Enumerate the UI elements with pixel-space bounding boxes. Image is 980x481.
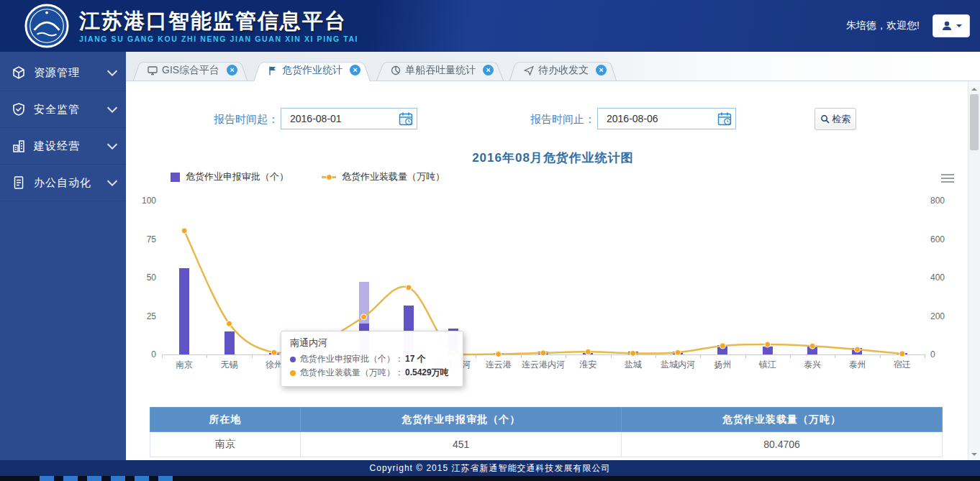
app-title: 江苏港口智能监管信息平台 [79, 9, 358, 33]
shield-icon [12, 102, 26, 116]
flag-icon [268, 65, 278, 75]
tab-bar: GIS综合平台 危货作业统计 单船吞吐量统计 [126, 52, 980, 81]
tab-label: 危货作业统计 [282, 64, 342, 77]
legend-label: 危货作业申报审批（个） [186, 170, 289, 183]
port-logo-icon [24, 4, 69, 48]
user-menu-button[interactable] [933, 14, 970, 37]
scroll-down-icon[interactable] [968, 449, 980, 460]
sidebar-item-label: 办公自动化 [34, 176, 109, 190]
tab-label: GIS综合平台 [162, 64, 219, 77]
construction-icon [12, 139, 26, 153]
content-scrollbar[interactable] [968, 81, 980, 460]
tab-pending-documents[interactable]: 待办收发文 [509, 60, 617, 81]
send-icon [524, 65, 534, 75]
chart-plot[interactable] [162, 201, 925, 355]
legend-label: 危货作业装载量（万吨） [342, 170, 445, 183]
table-header-loadage: 危货作业装载量（万吨） [622, 408, 943, 432]
pie-icon [391, 65, 401, 75]
end-date-input[interactable] [598, 109, 735, 129]
tab-close-icon[interactable] [483, 65, 494, 75]
resource-icon [12, 65, 26, 80]
tab-close-icon[interactable] [350, 65, 360, 75]
app-subtitle: JIANG SU GANG KOU ZHI NENG JIAN GUAN XIN… [79, 35, 358, 43]
cell-loadage: 80.4706 [622, 432, 943, 457]
chart-menu-icon[interactable] [941, 174, 954, 185]
office-automation-icon [12, 175, 26, 190]
tab-close-icon[interactable] [227, 65, 237, 75]
search-icon [820, 114, 830, 124]
cell-location: 南京 [150, 432, 301, 457]
scrollbar-thumb[interactable] [970, 94, 979, 150]
chevron-down-icon [107, 103, 117, 113]
chart-legend: 危货作业申报审批（个） 危货作业装载量（万吨） [171, 171, 980, 183]
sidebar-item-resource[interactable]: 资源管理 [0, 55, 126, 91]
tab-label: 待办收发文 [538, 64, 589, 77]
table-header-row: 所在地 危货作业申报审批（个） 危货作业装载量（万吨） [150, 408, 943, 432]
sidebar-nav: 资源管理 安全监管 建设经营 办公自动化 [0, 52, 126, 460]
search-button-label: 检索 [832, 113, 850, 126]
chevron-down-icon [107, 176, 117, 186]
welcome-text: 朱培德，欢迎您! [846, 19, 920, 32]
copyright-footer: Copyright © 2015 江苏省新通智能交通科技发展有限公司 [0, 460, 980, 476]
chevron-down-icon [107, 66, 117, 76]
sidebar-item-label: 安全监管 [34, 103, 109, 116]
calendar-icon[interactable] [398, 111, 414, 127]
taskbar-strip [0, 476, 980, 481]
search-button[interactable]: 检索 [815, 108, 856, 130]
scroll-up-icon[interactable] [968, 81, 980, 93]
table-row[interactable]: 南京 451 80.4706 [150, 432, 943, 457]
report-filter-form: 报告时间起： 报告时间止： [126, 108, 980, 131]
sidebar-item-label: 建设经营 [34, 139, 109, 153]
main-content: GIS综合平台 危货作业统计 单船吞吐量统计 [126, 52, 980, 460]
tab-dangerous-goods-stats[interactable]: 危货作业统计 [253, 60, 371, 81]
chevron-down-icon [107, 139, 117, 150]
x-axis-labels: 南京无锡徐州常州苏州南通南通内河连云港连云港内河淮安盐城盐城内河扬州镇江泰兴泰州… [162, 359, 925, 370]
cell-approvals: 451 [301, 432, 622, 457]
line-legend-marker-icon [322, 176, 336, 178]
right-axis-labels: 0200400600800 [930, 201, 959, 354]
end-date-label: 报告时间止： [487, 113, 595, 127]
end-date-field [597, 108, 736, 129]
tab-gis-platform[interactable]: GIS综合平台 [133, 60, 248, 81]
sidebar-item-label: 资源管理 [34, 66, 109, 80]
tab-close-icon[interactable] [596, 65, 607, 75]
table-header-approvals: 危货作业申报审批（个） [301, 408, 622, 432]
app-header: 江苏港口智能监管信息平台 JIANG SU GANG KOU ZHI NENG … [0, 0, 980, 52]
legend-item-bar[interactable]: 危货作业申报审批（个） [171, 170, 289, 183]
tab-ship-throughput-stats[interactable]: 单船吞吐量统计 [376, 60, 504, 81]
table-header-location: 所在地 [150, 408, 301, 432]
chart-title: 2016年08月危货作业统计图 [126, 150, 980, 164]
sidebar-item-safety[interactable]: 安全监管 [0, 91, 126, 128]
legend-item-line[interactable]: 危货作业装载量（万吨） [322, 170, 445, 183]
chevron-down-icon [956, 24, 962, 30]
application-window: 江苏港口智能监管信息平台 JIANG SU GANG KOU ZHI NENG … [0, 0, 980, 481]
stats-table: 所在地 危货作业申报审批（个） 危货作业装载量（万吨） 南京 451 80.47… [150, 407, 943, 457]
combo-chart: 0255075100 0200400600800 南京无锡徐州常州苏州南通南通内… [126, 193, 980, 372]
sidebar-item-office-automation[interactable]: 办公自动化 [0, 165, 126, 201]
bar-legend-marker-icon [171, 173, 180, 182]
start-date-field [281, 108, 417, 129]
monitor-icon [148, 65, 158, 75]
left-axis-labels: 0255075100 [126, 201, 156, 354]
start-date-input[interactable] [281, 109, 417, 129]
user-icon [941, 20, 953, 32]
start-date-label: 报告时间起： [171, 113, 278, 127]
calendar-icon[interactable] [717, 111, 732, 127]
tab-label: 单船吞吐量统计 [405, 64, 476, 77]
sidebar-item-construction[interactable]: 建设经营 [0, 128, 126, 165]
